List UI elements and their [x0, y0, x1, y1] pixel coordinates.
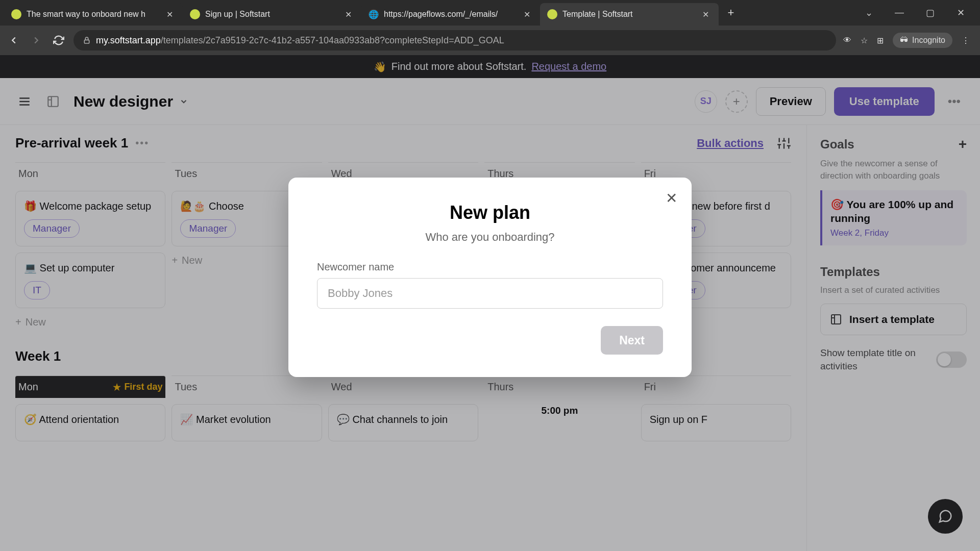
window-controls: ⌄ — ▢ ✕: [859, 7, 976, 18]
eye-off-icon[interactable]: 👁: [843, 36, 851, 45]
svg-rect-0: [84, 40, 89, 43]
maximize-icon[interactable]: ▢: [920, 7, 940, 18]
address-bar: my.softstart.app/templates/2c7a9519-2c7c…: [0, 26, 980, 55]
minimize-icon[interactable]: —: [889, 7, 910, 18]
new-plan-modal: ✕ New plan Who are you onboarding? Newco…: [288, 178, 692, 377]
favicon-icon: 🌐: [369, 9, 379, 19]
field-label: Newcomer name: [317, 261, 663, 273]
browser-tab[interactable]: The smart way to onboard new h ✕: [4, 3, 183, 26]
modal-close-button[interactable]: ✕: [666, 190, 677, 207]
modal-title: New plan: [317, 202, 663, 223]
close-icon[interactable]: ✕: [702, 10, 712, 19]
forward-button[interactable]: [29, 33, 44, 48]
favicon-icon: [11, 9, 21, 19]
close-icon[interactable]: ✕: [166, 10, 176, 19]
star-icon[interactable]: ☆: [861, 36, 868, 45]
favicon-icon: [547, 9, 557, 19]
modal-subtitle: Who are you onboarding?: [317, 231, 663, 244]
newcomer-name-input[interactable]: [317, 278, 663, 309]
close-icon[interactable]: ✕: [524, 10, 533, 19]
next-button[interactable]: Next: [601, 326, 663, 355]
incognito-label: Incognito: [912, 36, 945, 45]
tab-title: https://pageflows.com/_/emails/: [384, 10, 519, 19]
incognito-badge: 🕶 Incognito: [893, 33, 952, 48]
browser-menu-icon[interactable]: ⋮: [962, 36, 970, 45]
tab-title: Sign up | Softstart: [205, 10, 340, 19]
browser-tab[interactable]: Sign up | Softstart ✕: [183, 3, 361, 26]
favicon-icon: [190, 9, 200, 19]
lock-icon: [83, 36, 91, 44]
url-field[interactable]: my.softstart.app/templates/2c7a9519-2c7c…: [74, 30, 836, 51]
close-icon[interactable]: ✕: [345, 10, 354, 19]
chevron-down-icon[interactable]: ⌄: [859, 7, 879, 18]
incognito-icon: 🕶: [900, 36, 908, 45]
browser-tab-active[interactable]: Template | Softstart ✕: [540, 3, 719, 26]
close-window-icon[interactable]: ✕: [950, 7, 971, 18]
tab-title: The smart way to onboard new h: [27, 10, 161, 19]
browser-tab[interactable]: 🌐 https://pageflows.com/_/emails/ ✕: [361, 3, 540, 26]
url-text: my.softstart.app/templates/2c7a9519-2c7c…: [96, 35, 504, 46]
reload-button[interactable]: [51, 33, 66, 48]
new-tab-button[interactable]: +: [723, 5, 739, 21]
modal-overlay[interactable]: ✕ New plan Who are you onboarding? Newco…: [0, 55, 980, 551]
back-button[interactable]: [6, 33, 21, 48]
browser-tab-strip: The smart way to onboard new h ✕ Sign up…: [0, 0, 980, 26]
tab-title: Template | Softstart: [562, 10, 697, 19]
extensions-icon[interactable]: ⊞: [877, 36, 884, 45]
